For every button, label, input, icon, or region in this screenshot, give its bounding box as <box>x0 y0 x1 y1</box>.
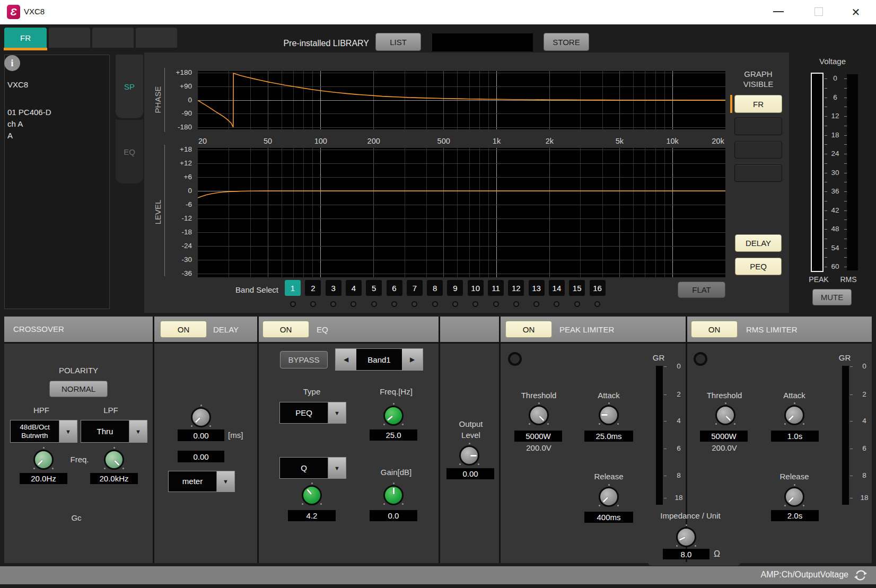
flat-button[interactable]: FLAT <box>678 282 725 298</box>
rms-attack-knob[interactable] <box>784 405 804 425</box>
band-led[interactable] <box>371 301 377 307</box>
band-led[interactable] <box>594 301 600 307</box>
band-select-button[interactable]: 7 <box>407 280 423 296</box>
rms-threshold-value[interactable]: 5000W <box>700 431 748 442</box>
band-led[interactable] <box>310 301 316 307</box>
graph-visible-empty-button[interactable] <box>734 141 782 159</box>
eq-on-button[interactable]: ON <box>262 321 309 338</box>
output-level-knob[interactable] <box>459 445 479 466</box>
eq-q-knob[interactable] <box>302 485 322 505</box>
close-button[interactable]: ✕ <box>848 5 863 19</box>
library-name-field[interactable] <box>432 33 533 51</box>
voltage-tick <box>844 163 847 164</box>
mute-button[interactable]: MUTE <box>812 289 852 305</box>
delay-distance-value[interactable]: 0.00 <box>178 451 224 462</box>
eq-q-select[interactable]: Q ▼ <box>279 457 346 479</box>
eq-gain-value[interactable]: 0.0 <box>370 510 417 521</box>
graph-visible-fr-button[interactable]: FR <box>734 95 782 113</box>
info-icon[interactable]: i <box>4 55 20 71</box>
graph-visible-empty-button[interactable] <box>734 118 782 135</box>
dropdown-arrow-icon[interactable]: ▼ <box>59 420 77 442</box>
peak-release-knob[interactable] <box>599 487 619 507</box>
band-select-button[interactable]: 13 <box>529 280 545 296</box>
delay-unit-select[interactable]: meter ▼ <box>168 471 235 492</box>
voltage-tick <box>844 107 847 107</box>
delay-time-value[interactable]: 0.00 <box>178 429 224 441</box>
side-tab-eq[interactable]: EQ <box>116 120 143 183</box>
maximize-button[interactable] <box>814 7 823 16</box>
impedance-value[interactable]: 8.0 <box>663 549 709 559</box>
voltage-tick <box>825 201 827 201</box>
rms-release-knob[interactable] <box>784 487 804 507</box>
tab-empty-3[interactable] <box>136 28 177 48</box>
eq-freq-knob[interactable] <box>383 406 404 426</box>
dropdown-arrow-icon[interactable]: ▼ <box>328 458 346 478</box>
eq-freq-value[interactable]: 25.0 <box>370 429 417 441</box>
band-prev-icon[interactable]: ◀ <box>336 349 356 370</box>
band-select-button[interactable]: 1 <box>285 280 301 296</box>
delay-time-knob[interactable] <box>191 407 211 427</box>
dropdown-arrow-icon[interactable]: ▼ <box>129 420 147 442</box>
band-led[interactable] <box>391 301 397 307</box>
tab-empty-1[interactable] <box>49 28 90 48</box>
rms-limiter-on-button[interactable]: ON <box>691 321 738 338</box>
band-select-button[interactable]: 6 <box>387 280 402 296</box>
rms-release-value[interactable]: 2.0s <box>771 510 819 521</box>
refresh-icon[interactable] <box>854 568 868 582</box>
peak-threshold-value[interactable]: 5000W <box>514 431 562 442</box>
band-select-button[interactable]: 9 <box>447 280 463 296</box>
impedance-knob[interactable] <box>676 527 696 547</box>
lpf-freq-knob[interactable] <box>104 450 124 470</box>
band-led[interactable] <box>513 301 519 307</box>
band-next-icon[interactable]: ▶ <box>402 349 423 370</box>
library-store-button[interactable]: STORE <box>544 33 589 51</box>
eq-q-value[interactable]: 4.2 <box>288 510 336 521</box>
dropdown-arrow-icon[interactable]: ▼ <box>328 402 346 423</box>
rms-attack-value[interactable]: 1.0s <box>771 431 819 442</box>
band-select-button[interactable]: 8 <box>427 280 443 296</box>
band-select-button[interactable]: 3 <box>326 280 341 296</box>
band-led[interactable] <box>432 301 438 307</box>
band-led[interactable] <box>290 301 296 307</box>
dropdown-arrow-icon[interactable]: ▼ <box>216 471 234 492</box>
hpf-freq-value[interactable]: 20.0Hz <box>20 473 67 484</box>
band-led[interactable] <box>493 301 499 307</box>
band-led[interactable] <box>574 301 580 307</box>
side-tab-sp[interactable]: SP <box>116 55 143 118</box>
lpf-type-select[interactable]: Thru ▼ <box>81 420 147 443</box>
graph-visible-peq-button[interactable]: PEQ <box>735 258 782 275</box>
tab-empty-2[interactable] <box>92 28 134 48</box>
hpf-freq-knob[interactable] <box>33 450 54 470</box>
band-select-button[interactable]: 10 <box>468 280 484 296</box>
peak-attack-knob[interactable] <box>599 405 619 425</box>
graph-visible-delay-button[interactable]: DELAY <box>735 234 782 252</box>
band-select-button[interactable]: 16 <box>590 280 606 296</box>
rms-threshold-knob[interactable] <box>715 405 735 425</box>
hpf-type-select[interactable]: 48dB/OctButrwrth ▼ <box>10 420 77 443</box>
peak-attack-value[interactable]: 25.0ms <box>584 431 633 442</box>
graph-visible-empty-button[interactable] <box>734 164 782 182</box>
band-select-button[interactable]: 12 <box>508 280 524 296</box>
eq-type-select[interactable]: PEQ ▼ <box>279 402 346 424</box>
band-select-button[interactable]: 4 <box>346 280 362 296</box>
band-select-button[interactable]: 14 <box>549 280 565 296</box>
peak-limiter-on-button[interactable]: ON <box>505 321 552 338</box>
peak-threshold-knob[interactable] <box>529 405 549 425</box>
output-level-value[interactable]: 0.00 <box>446 468 494 479</box>
freq-tick-label: 100 <box>305 137 337 145</box>
eq-bypass-button[interactable]: BYPASS <box>280 351 328 368</box>
peak-release-value[interactable]: 400ms <box>584 512 633 523</box>
lpf-freq-value[interactable]: 20.0kHz <box>90 473 138 484</box>
band-select-button[interactable]: 15 <box>569 280 585 296</box>
band-select-button[interactable]: 2 <box>305 280 321 296</box>
polarity-button[interactable]: NORMAL <box>49 381 108 397</box>
band-select-button[interactable]: 5 <box>366 280 382 296</box>
eq-gain-knob[interactable] <box>383 485 404 505</box>
delay-on-button[interactable]: ON <box>160 321 207 338</box>
library-list-button[interactable]: LIST <box>375 33 421 51</box>
tab-fr[interactable]: FR <box>4 28 47 48</box>
minimize-button[interactable] <box>773 11 784 12</box>
band-select-button[interactable]: 11 <box>488 280 504 296</box>
band-led[interactable] <box>452 301 458 307</box>
phase-tick-label: -90 <box>169 109 192 117</box>
